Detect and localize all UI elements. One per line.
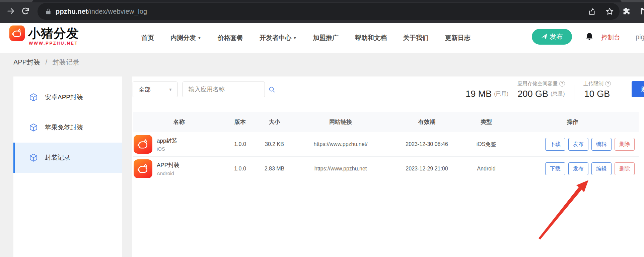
col-header-actions: 操作 [506, 118, 639, 126]
nav-item-beta-distribution[interactable]: 内测分发▼ [170, 34, 201, 42]
buy-storage-button[interactable]: 购 [632, 81, 644, 97]
site-title[interactable]: 小猪分发 [28, 25, 79, 42]
cell-version: 1.0.0 [225, 141, 255, 147]
lock-icon [45, 8, 52, 15]
delete-button[interactable]: 删除 [615, 162, 635, 175]
site-logo[interactable] [9, 25, 25, 41]
pig-logo-icon [136, 138, 150, 151]
storage-capacity-group: 应用存储空间容量 ? 200 GB (总量) [517, 80, 565, 101]
publish-button[interactable]: 发布 [532, 29, 572, 45]
browser-tabstrip [0, 0, 644, 2]
upload-limit-value: 10 GB [584, 89, 610, 99]
cell-type: Android [466, 166, 506, 172]
breadcrumb-separator: / [46, 58, 48, 66]
storage-used-group: 19 MB (已用) [466, 87, 508, 101]
help-question-icon[interactable]: ? [605, 81, 611, 87]
sidebar-item-packaging-records[interactable]: 封装记录 [13, 143, 122, 173]
url-path: /index/webview_log [88, 8, 147, 15]
publish-row-button[interactable]: 发布 [568, 162, 588, 175]
search-box [183, 82, 265, 97]
download-button[interactable]: 下载 [545, 162, 565, 175]
cell-link: https://www.ppzhu.net/ [294, 141, 387, 147]
share-icon[interactable] [588, 7, 596, 16]
table-row: app封装 iOS 1.0.0 30.2 KB https://www.ppzh… [133, 132, 639, 157]
cell-size: 30.2 KB [255, 141, 294, 147]
edit-button[interactable]: 编辑 [591, 162, 612, 175]
nav-item-pricing[interactable]: 价格套餐 [218, 34, 243, 42]
cube-icon [29, 123, 38, 132]
nav-item-changelog[interactable]: 更新日志 [445, 34, 471, 42]
storage-capacity-suffix: (总量) [551, 91, 565, 98]
profile-icon-partial[interactable] [637, 6, 644, 16]
table-row: APP封装 Android 1.0.0 2.83 MB https://www.… [133, 157, 639, 181]
pig-logo-icon [11, 27, 23, 39]
upload-limit-label: 上传限制 [583, 81, 603, 87]
breadcrumb-current: 封装记录 [53, 58, 79, 66]
download-button[interactable]: 下载 [545, 138, 565, 151]
sidebar-item-label: 安卓APP封装 [45, 93, 83, 102]
reload-icon[interactable] [19, 4, 32, 18]
nav-item-about-us[interactable]: 关于我们 [403, 34, 429, 42]
sidebar-item-android-packaging[interactable]: 安卓APP封装 [13, 82, 122, 112]
extensions-puzzle-icon[interactable] [622, 7, 631, 16]
edit-button[interactable]: 编辑 [591, 138, 612, 151]
paper-plane-icon [540, 32, 549, 41]
col-header-link: 网站链接 [294, 118, 387, 126]
cube-icon [29, 153, 38, 162]
username-text[interactable]: pig [636, 33, 644, 41]
col-header-type: 类型 [466, 118, 506, 126]
upload-limit-group: 上传限制 ? 10 GB [583, 80, 611, 101]
app-name: app封装 [157, 137, 177, 145]
cell-expiry: 2023-12-29 21:00 [387, 166, 466, 172]
breadcrumb: APP封装 / 封装记录 [13, 58, 79, 67]
app-platform: iOS [157, 146, 177, 152]
app-name: APP封装 [157, 161, 180, 169]
divider [620, 85, 620, 100]
browser-active-tab[interactable] [32, 0, 622, 2]
col-header-size: 大小 [255, 118, 294, 126]
delete-button[interactable]: 删除 [615, 138, 635, 151]
sidebar: 安卓APP封装 苹果免签封装 封装记录 [13, 76, 122, 257]
pig-logo-icon [136, 162, 150, 175]
main-panel: 全部 ▼ 19 MB (已用) 应用存储空间容量 ? 200 GB (总量) [132, 76, 644, 257]
nav-item-help-docs[interactable]: 帮助和文档 [355, 34, 387, 42]
chevron-down-icon: ▼ [198, 36, 201, 40]
bookmark-star-icon[interactable] [605, 7, 614, 16]
storage-stats: 19 MB (已用) 应用存储空间容量 ? 200 GB (总量) 上传限制 ?… [466, 80, 620, 101]
forward-icon[interactable] [4, 4, 17, 18]
publish-row-button[interactable]: 发布 [568, 138, 588, 151]
breadcrumb-section[interactable]: APP封装 [13, 58, 40, 66]
cube-icon [29, 93, 38, 102]
search-input[interactable] [183, 86, 268, 93]
browser-toolbar: ppzhu.net/index/webview_log [0, 0, 644, 23]
nav-item-affiliate[interactable]: 加盟推广 [313, 34, 339, 42]
app-icon [134, 159, 152, 178]
site-header: 小猪分发 WWW.PPZHU.NET 首页 内测分发▼ 价格套餐 开发者中心▼ … [0, 23, 644, 53]
storage-capacity-value: 200 GB [517, 89, 548, 99]
storage-used-suffix: (已用) [494, 91, 508, 98]
help-question-icon[interactable]: ? [559, 81, 565, 87]
search-icon[interactable] [268, 82, 276, 97]
storage-used-value: 19 MB [466, 89, 492, 99]
table-header-row: 名称 版本 大小 网站链接 有效期 类型 操作 [133, 112, 639, 132]
nav-item-home[interactable]: 首页 [141, 34, 154, 42]
col-header-expiry: 有效期 [387, 118, 466, 126]
site-subtitle: WWW.PPZHU.NET [29, 41, 78, 46]
app-icon [134, 135, 152, 154]
category-select-value: 全部 [139, 86, 151, 94]
category-select[interactable]: 全部 ▼ [133, 82, 177, 97]
sidebar-item-label: 苹果免签封装 [45, 123, 83, 132]
col-header-name: 名称 [133, 118, 225, 126]
sidebar-item-label: 封装记录 [45, 153, 70, 162]
address-bar[interactable]: ppzhu.net/index/webview_log [38, 3, 620, 20]
main-nav: 首页 内测分发▼ 价格套餐 开发者中心▼ 加盟推广 帮助和文档 关于我们 更新日… [141, 23, 471, 53]
divider [574, 85, 574, 100]
nav-item-developer-center[interactable]: 开发者中心▼ [260, 34, 297, 42]
console-link[interactable]: 控制台 [601, 33, 620, 42]
cell-link: https://www.ppzhu.net [294, 166, 387, 172]
url-text: ppzhu.net/index/webview_log [56, 8, 147, 15]
cell-size: 2.83 MB [255, 166, 294, 172]
notification-bell-icon[interactable] [584, 31, 594, 43]
sidebar-item-ios-packaging[interactable]: 苹果免签封装 [13, 112, 122, 143]
chevron-down-icon: ▼ [293, 36, 297, 40]
